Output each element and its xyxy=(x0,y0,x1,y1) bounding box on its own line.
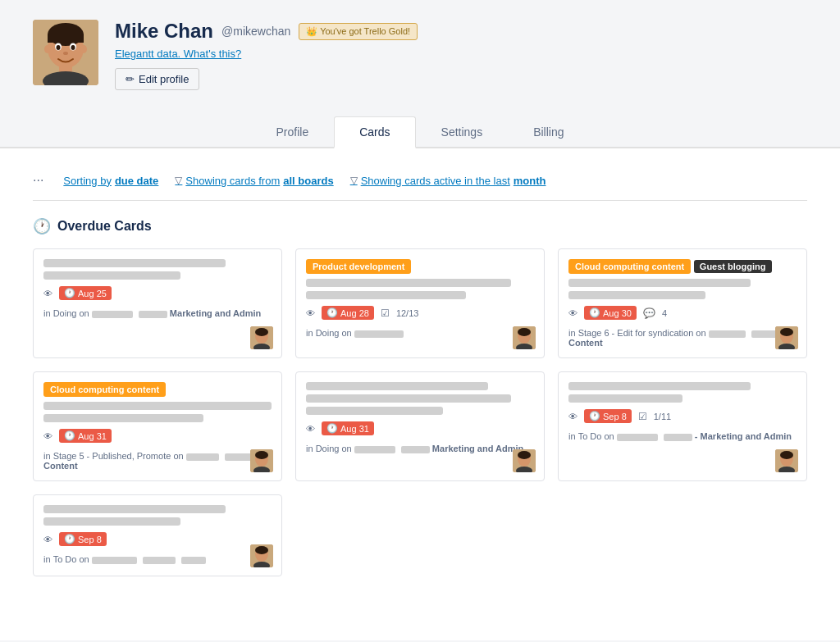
board-blur xyxy=(143,557,176,564)
checklist-icon: ☑ xyxy=(381,307,390,319)
active-label: Showing cards active in the last xyxy=(361,175,510,187)
card-4[interactable]: Cloud computing content 👁 🕐 Aug 31 xyxy=(33,371,282,481)
eye-icon: 👁 xyxy=(568,308,578,318)
card-meta: 👁 🕐 Aug 30 💬 4 xyxy=(568,306,797,320)
avatar-small xyxy=(513,449,536,472)
tab-profile[interactable]: Profile xyxy=(251,116,335,148)
card-title-blur xyxy=(43,517,180,526)
board-blur xyxy=(92,557,137,564)
due-date: Aug 28 xyxy=(340,308,369,318)
avatar-small xyxy=(775,449,798,472)
due-date: Sep 8 xyxy=(78,535,102,544)
card-5[interactable]: 👁 🕐 Aug 31 in Doing on Marketing a xyxy=(295,371,545,481)
card-title-blur xyxy=(306,394,511,403)
due-badge: 🕐 Aug 28 xyxy=(322,306,374,320)
overdue-section-header: 🕐 Overdue Cards xyxy=(33,217,807,235)
board-blur xyxy=(664,434,692,441)
card-2[interactable]: Product development 👁 🕐 Aug 28 ☑ 12/13 xyxy=(295,248,545,358)
board-blur xyxy=(401,446,430,453)
card-title-blur xyxy=(43,271,180,280)
board-blur xyxy=(354,330,404,338)
in-text: in xyxy=(568,431,578,441)
checklist-count: 12/13 xyxy=(396,308,419,318)
due-date: Aug 30 xyxy=(603,308,632,318)
board-blur xyxy=(139,311,167,318)
profile-info: Mike Chan @mikewchan 👑 You've got Trello… xyxy=(115,20,807,90)
overdue-title: Overdue Cards xyxy=(57,219,152,234)
sort-filter[interactable]: Sorting by due date xyxy=(63,175,158,187)
card-meta: 👁 🕐 Aug 31 xyxy=(306,421,534,435)
board-suffix: Marketing and Admin xyxy=(170,308,261,318)
svg-point-35 xyxy=(780,451,793,459)
cards-grid-row1: 👁 🕐 Aug 25 in Doing on Marketing a xyxy=(33,248,807,358)
eye-icon: 👁 xyxy=(306,424,315,434)
card-title-blur xyxy=(43,414,203,422)
in-text: in xyxy=(306,444,316,453)
svg-point-7 xyxy=(71,45,75,50)
boards-filter[interactable]: ▽ Showing cards from all boards xyxy=(175,175,333,187)
active-value: month xyxy=(514,175,546,187)
boards-label: Showing cards from xyxy=(185,175,280,187)
avatar-small xyxy=(775,326,798,349)
due-badge: 🕐 Sep 8 xyxy=(584,409,632,423)
board-blur xyxy=(354,446,395,453)
card-label-cloud2: Cloud computing content xyxy=(43,382,166,397)
card-7[interactable]: 👁 🕐 Sep 8 in To Do on xyxy=(33,494,282,576)
filter-icon-1: ▽ xyxy=(175,175,182,186)
svg-point-6 xyxy=(57,45,61,50)
in-text: in xyxy=(43,308,53,318)
card-6[interactable]: 👁 🕐 Sep 8 ☑ 1/11 in To Do on xyxy=(558,371,807,481)
due-badge: 🕐 Aug 30 xyxy=(584,306,637,320)
tab-billing[interactable]: Billing xyxy=(508,116,589,148)
comment-count: 4 xyxy=(662,308,667,318)
list-name: To Do xyxy=(53,554,77,564)
tabs-container: Profile Cards Settings Billing xyxy=(0,107,840,148)
card-footer: in Stage 5 - Published, Promote on - Con… xyxy=(43,451,272,471)
active-filter[interactable]: ▽ Showing cards active in the last month xyxy=(350,175,546,187)
svg-point-9 xyxy=(44,45,51,53)
board-name: Marketing and Admin xyxy=(432,444,523,453)
clock-small-icon: 🕐 xyxy=(589,411,600,421)
filter-bar: ··· Sorting by due date ▽ Showing cards … xyxy=(33,165,807,201)
profile-username: @mikewchan xyxy=(221,25,290,38)
board-name: - Marketing and Admin xyxy=(695,431,792,441)
clock-small-icon: 🕐 xyxy=(326,423,338,434)
sort-value: due date xyxy=(115,175,158,187)
on-text: on xyxy=(339,328,354,338)
svg-point-31 xyxy=(518,451,531,459)
board-blur xyxy=(225,453,253,461)
filter-dots-icon: ··· xyxy=(33,173,43,188)
card-1[interactable]: 👁 🕐 Aug 25 in Doing on Marketing a xyxy=(33,248,282,358)
tab-cards[interactable]: Cards xyxy=(334,116,415,148)
card-title-blur xyxy=(568,382,751,390)
card-title-blur xyxy=(568,394,682,403)
card-3[interactable]: Cloud computing content Guest blogging 👁… xyxy=(558,248,807,358)
avatar-small xyxy=(250,544,273,567)
profile-header: Mike Chan @mikewchan 👑 You've got Trello… xyxy=(0,0,840,90)
due-badge: 🕐 Aug 31 xyxy=(322,421,374,435)
edit-profile-label: Edit profile xyxy=(139,73,189,85)
profile-bio[interactable]: Elegantt data. What's this? xyxy=(115,48,807,60)
card-footer: in Stage 6 - Edit for syndication on Con… xyxy=(568,328,797,348)
tab-settings[interactable]: Settings xyxy=(416,116,509,148)
eye-icon: 👁 xyxy=(43,431,52,441)
profile-name: Mike Chan xyxy=(115,20,213,43)
edit-profile-button[interactable]: ✏ Edit profile xyxy=(115,68,199,90)
board-name: Content xyxy=(568,338,603,348)
in-text: in xyxy=(43,451,53,461)
clock-small-icon: 🕐 xyxy=(64,430,75,441)
card-footer: in To Do on - Marketing and Admin xyxy=(568,431,797,441)
avatar-small xyxy=(250,326,273,349)
card-meta: 👁 🕐 Aug 25 xyxy=(43,286,272,300)
card-title-blur xyxy=(306,291,466,299)
list-name: Stage 5 - Published, Promote xyxy=(53,451,171,461)
on-text: on xyxy=(76,554,91,564)
due-badge: 🕐 Aug 25 xyxy=(59,286,112,300)
due-badge: 🕐 Sep 8 xyxy=(59,532,107,546)
on-text: on xyxy=(339,444,354,453)
due-date: Sep 8 xyxy=(603,412,627,421)
eye-icon: 👁 xyxy=(568,412,578,421)
card-label-product-dev: Product development xyxy=(306,259,411,274)
filter-icon-2: ▽ xyxy=(350,175,358,186)
list-name: To Do xyxy=(578,431,602,441)
